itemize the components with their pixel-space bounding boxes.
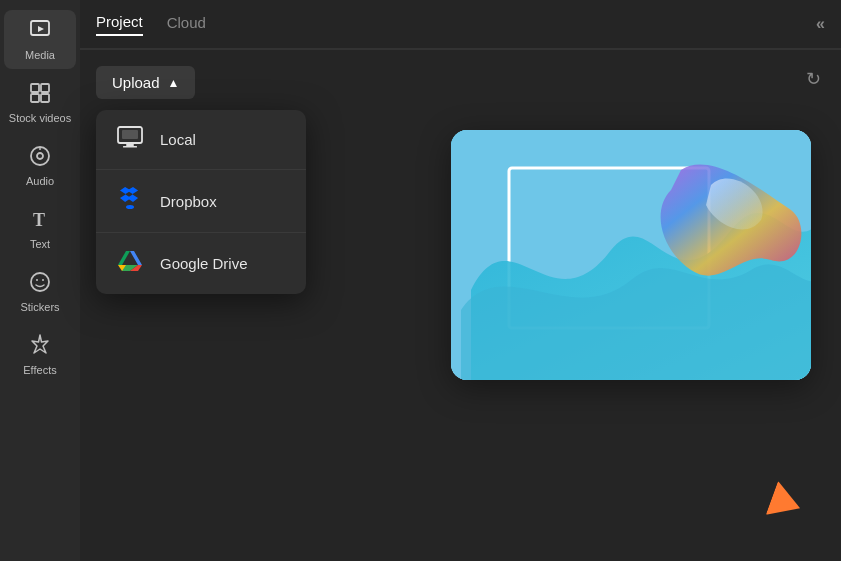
dropdown-item-google-drive[interactable]: Google Drive xyxy=(96,233,306,294)
dropbox-icon xyxy=(116,186,144,216)
cursor-arrow xyxy=(766,481,807,525)
svg-rect-2 xyxy=(31,84,39,92)
google-drive-icon xyxy=(116,249,144,278)
sidebar: Media Stock videos Audio xyxy=(0,0,80,561)
content-area: Upload ▲ ↻ Local xyxy=(80,50,841,561)
grid-icon xyxy=(28,81,52,108)
svg-rect-5 xyxy=(41,94,49,102)
tabs-right: « xyxy=(816,15,825,33)
sidebar-item-stickers-label: Stickers xyxy=(20,301,59,313)
dropdown-item-dropbox-label: Dropbox xyxy=(160,193,217,210)
svg-point-11 xyxy=(36,279,38,281)
sidebar-item-audio[interactable]: Audio xyxy=(4,136,76,195)
effects-icon xyxy=(28,333,52,360)
audio-icon xyxy=(28,144,52,171)
svg-marker-1 xyxy=(38,26,44,32)
preview-image xyxy=(451,130,811,380)
tab-cloud[interactable]: Cloud xyxy=(167,14,206,35)
main-content: Project Cloud « Upload ▲ ↻ xyxy=(80,0,841,561)
sidebar-item-audio-label: Audio xyxy=(26,175,54,187)
text-icon: T xyxy=(28,207,52,234)
svg-rect-3 xyxy=(41,84,49,92)
dropdown-item-local-label: Local xyxy=(160,131,196,148)
sidebar-item-text[interactable]: T Text xyxy=(4,199,76,258)
refresh-icon[interactable]: ↻ xyxy=(806,68,821,90)
upload-button[interactable]: Upload ▲ xyxy=(96,66,195,99)
svg-point-10 xyxy=(31,273,49,291)
tabs-bar: Project Cloud « xyxy=(80,0,841,50)
sidebar-item-effects[interactable]: Effects xyxy=(4,325,76,384)
play-icon xyxy=(28,18,52,45)
sidebar-item-effects-label: Effects xyxy=(23,364,56,376)
upload-arrow-icon: ▲ xyxy=(168,76,180,90)
svg-rect-4 xyxy=(31,94,39,102)
svg-rect-15 xyxy=(126,144,134,146)
dropdown-item-google-drive-label: Google Drive xyxy=(160,255,248,272)
upload-label: Upload xyxy=(112,74,160,91)
dropdown-item-dropbox[interactable]: Dropbox xyxy=(96,170,306,233)
local-icon xyxy=(116,126,144,153)
svg-rect-14 xyxy=(122,130,138,139)
svg-point-19 xyxy=(126,205,134,209)
sidebar-item-stickers[interactable]: Stickers xyxy=(4,262,76,321)
svg-marker-21 xyxy=(118,251,130,265)
stickers-icon xyxy=(28,270,52,297)
sidebar-item-media-label: Media xyxy=(25,49,55,61)
dropdown-menu: Local Dropbox xyxy=(96,110,306,294)
sidebar-item-stock-videos[interactable]: Stock videos xyxy=(4,73,76,132)
sidebar-item-text-label: Text xyxy=(30,238,50,250)
svg-point-12 xyxy=(42,279,44,281)
app-container: Media Stock videos Audio xyxy=(0,0,841,561)
collapse-button[interactable]: « xyxy=(816,15,825,33)
preview-card xyxy=(451,130,811,380)
preview-card-inner xyxy=(451,130,811,380)
tab-project[interactable]: Project xyxy=(96,13,143,36)
sidebar-item-media[interactable]: Media xyxy=(4,10,76,69)
sidebar-item-stock-videos-label: Stock videos xyxy=(9,112,71,124)
svg-text:T: T xyxy=(33,210,45,230)
dropdown-item-local[interactable]: Local xyxy=(96,110,306,170)
tabs-left: Project Cloud xyxy=(96,13,206,36)
svg-rect-16 xyxy=(123,146,137,148)
svg-point-7 xyxy=(37,153,43,159)
